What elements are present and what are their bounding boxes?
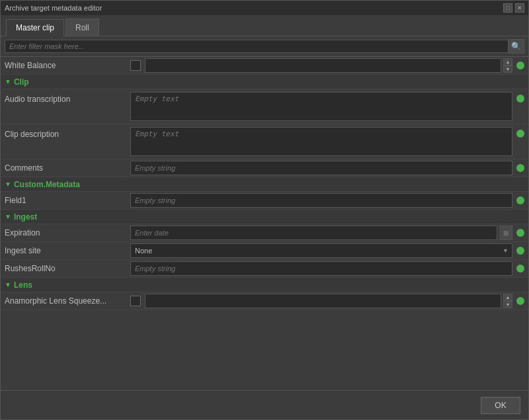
label-anamorphic-lens: Anamorphic Lens Squeeze... [5,296,130,306]
close-button[interactable]: ✕ [515,3,524,13]
content-area[interactable]: White Balance ▲ ▼ ▼ Clip Audio transcrip… [1,57,528,390]
main-window: Archive target metadata editor □ ✕ Maste… [0,0,529,420]
row-comments: Comments [1,159,528,177]
collapse-arrow-custom: ▼ [5,181,11,188]
control-ingest-site: None ▼ [130,243,524,258]
indicator-comments [516,164,524,172]
row-ingest-site: Ingest site None ▼ [1,242,528,260]
spinner-up-anamorphic[interactable]: ▲ [503,294,512,301]
field-comments[interactable] [130,161,512,175]
spinner-down-white-balance[interactable]: ▼ [503,65,512,73]
indicator-white-balance [516,62,524,69]
control-comments [130,161,524,175]
collapse-arrow-clip: ▼ [5,78,11,85]
field-white-balance[interactable] [145,58,501,73]
control-clip-description [130,127,524,156]
label-clip-description: Clip description [5,127,130,139]
row-anamorphic-lens: Anamorphic Lens Squeeze... ▲ ▼ [1,292,528,310]
control-field1 [130,193,524,208]
control-white-balance: ▲ ▼ [130,58,524,73]
row-clip-description: Clip description [1,124,528,159]
checkbox-anamorphic-lens[interactable] [130,296,141,306]
indicator-ingest-site [516,247,524,255]
collapse-arrow-lens: ▼ [5,281,11,288]
control-rushes-roll-no [130,261,524,276]
label-expiration: Expiration [5,228,130,237]
window-title: Archive target metadata editor [5,4,102,12]
indicator-audio-transcription [516,95,524,103]
label-white-balance: White Balance [5,61,130,70]
tab-roll[interactable]: Roll [65,19,99,36]
ok-button[interactable]: OK [481,397,520,414]
section-lens[interactable]: ▼ Lens [1,278,528,292]
indicator-field1 [516,196,524,204]
field-clip-description[interactable] [130,127,512,156]
title-bar-controls: □ ✕ [503,3,524,13]
select-wrapper-ingest-site: None ▼ [130,243,512,258]
tabs-bar: Master clip Roll [1,15,528,36]
section-ingest[interactable]: ▼ Ingest [1,210,528,224]
spinner-down-anamorphic[interactable]: ▼ [503,301,512,308]
indicator-anamorphic-lens [516,297,524,305]
control-expiration: ⊞ [130,226,524,240]
search-button[interactable]: 🔍 [509,39,524,54]
label-field1: Field1 [5,196,130,205]
filter-bar: 🔍 [1,36,528,57]
calendar-button[interactable]: ⊞ [499,226,512,240]
search-icon: 🔍 [511,42,521,51]
row-audio-transcription: Audio transcription [1,89,528,124]
maximize-button[interactable]: □ [503,3,512,13]
row-white-balance: White Balance ▲ ▼ [1,57,528,75]
section-label-custom: Custom.Metadata [14,180,80,189]
section-label-ingest: Ingest [14,212,37,222]
content-spacer [1,310,528,350]
row-field1: Field1 [1,192,528,210]
spinner-anamorphic-lens: ▲ ▼ [503,294,512,308]
checkbox-white-balance[interactable] [130,60,141,71]
label-ingest-site: Ingest site [5,246,130,255]
collapse-arrow-ingest: ▼ [5,213,11,220]
field-field1[interactable] [130,193,512,208]
section-label-clip: Clip [14,77,29,87]
label-rushes-roll-no: RushesRollNo [5,264,130,273]
control-anamorphic-lens: ▲ ▼ [130,294,524,308]
field-expiration[interactable] [130,226,497,240]
row-expiration: Expiration ⊞ [1,224,528,242]
spinner-white-balance: ▲ ▼ [503,58,512,73]
indicator-clip-description [516,130,524,138]
calendar-icon: ⊞ [503,230,509,237]
spinner-up-white-balance[interactable]: ▲ [503,58,512,65]
indicator-expiration [516,229,524,237]
control-audio-transcription [130,92,524,121]
select-ingest-site[interactable]: None [130,243,512,258]
section-label-lens: Lens [14,280,32,290]
field-anamorphic-lens[interactable] [145,294,501,308]
label-audio-transcription: Audio transcription [5,92,130,104]
section-clip[interactable]: ▼ Clip [1,75,528,89]
field-rushes-roll-no[interactable] [130,261,512,276]
field-audio-transcription[interactable] [130,92,512,121]
bottom-bar: OK [1,390,528,419]
label-comments: Comments [5,163,130,173]
title-bar: Archive target metadata editor □ ✕ [1,1,528,15]
indicator-rushes-roll-no [516,265,524,273]
section-custom-metadata[interactable]: ▼ Custom.Metadata [1,177,528,192]
filter-input[interactable] [5,40,509,53]
tab-master-clip[interactable]: Master clip [6,19,64,36]
row-rushes-roll-no: RushesRollNo [1,260,528,278]
